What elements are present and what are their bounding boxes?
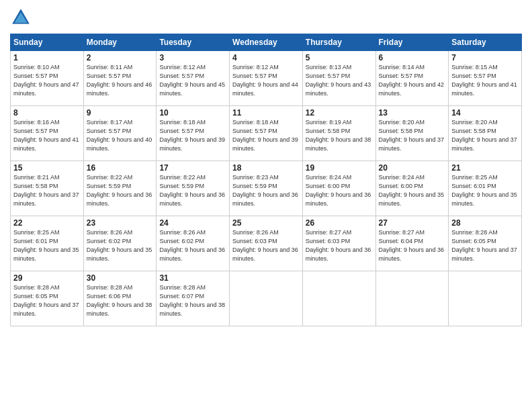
- calendar-cell: 29Sunrise: 8:28 AMSunset: 6:05 PMDayligh…: [11, 271, 84, 326]
- day-info: Sunrise: 8:26 AMSunset: 6:03 PMDaylight:…: [232, 228, 300, 263]
- calendar-body: 1Sunrise: 8:10 AMSunset: 5:57 PMDaylight…: [11, 51, 522, 326]
- day-number: 25: [232, 218, 300, 228]
- calendar-cell: 18Sunrise: 8:23 AMSunset: 5:59 PMDayligh…: [230, 161, 303, 216]
- day-number: 17: [159, 163, 226, 173]
- day-info: Sunrise: 8:27 AMSunset: 6:03 PMDaylight:…: [306, 228, 373, 263]
- day-number: 6: [379, 53, 446, 62]
- day-info: Sunrise: 8:20 AMSunset: 5:58 PMDaylight:…: [379, 118, 446, 153]
- calendar-cell: 17Sunrise: 8:22 AMSunset: 5:59 PMDayligh…: [157, 161, 230, 216]
- calendar-cell: 6Sunrise: 8:14 AMSunset: 5:57 PMDaylight…: [375, 51, 449, 106]
- day-header: Monday: [83, 34, 157, 51]
- day-info: Sunrise: 8:14 AMSunset: 5:57 PMDaylight:…: [379, 63, 446, 98]
- day-header: Tuesday: [157, 34, 230, 51]
- day-info: Sunrise: 8:17 AMSunset: 5:57 PMDaylight:…: [87, 118, 154, 153]
- calendar-week-row: 1Sunrise: 8:10 AMSunset: 5:57 PMDaylight…: [11, 51, 522, 106]
- calendar-cell: 24Sunrise: 8:26 AMSunset: 6:02 PMDayligh…: [157, 216, 230, 271]
- calendar-cell: 19Sunrise: 8:24 AMSunset: 6:00 PMDayligh…: [302, 161, 375, 216]
- day-number: 29: [13, 273, 81, 283]
- calendar-cell: [449, 271, 522, 326]
- day-number: 7: [451, 53, 519, 62]
- day-number: 10: [159, 108, 226, 118]
- calendar-cell: 27Sunrise: 8:27 AMSunset: 6:04 PMDayligh…: [375, 216, 449, 271]
- day-number: 24: [159, 218, 226, 228]
- day-info: Sunrise: 8:11 AMSunset: 5:57 PMDaylight:…: [87, 63, 154, 98]
- calendar-week-row: 22Sunrise: 8:25 AMSunset: 6:01 PMDayligh…: [11, 216, 522, 271]
- calendar-table: SundayMondayTuesdayWednesdayThursdayFrid…: [10, 34, 522, 326]
- calendar-cell: 30Sunrise: 8:28 AMSunset: 6:06 PMDayligh…: [83, 271, 157, 326]
- day-number: 26: [306, 218, 373, 228]
- calendar-header-row: SundayMondayTuesdayWednesdayThursdayFrid…: [11, 34, 522, 51]
- day-info: Sunrise: 8:19 AMSunset: 5:58 PMDaylight:…: [306, 118, 373, 153]
- day-header: Thursday: [302, 34, 375, 51]
- calendar-cell: 4Sunrise: 8:12 AMSunset: 5:57 PMDaylight…: [230, 51, 303, 106]
- calendar-cell: 13Sunrise: 8:20 AMSunset: 5:58 PMDayligh…: [375, 106, 449, 161]
- calendar-week-row: 29Sunrise: 8:28 AMSunset: 6:05 PMDayligh…: [11, 271, 522, 326]
- calendar-week-row: 8Sunrise: 8:16 AMSunset: 5:57 PMDaylight…: [11, 106, 522, 161]
- calendar-cell: 31Sunrise: 8:28 AMSunset: 6:07 PMDayligh…: [157, 271, 230, 326]
- calendar-cell: [375, 271, 449, 326]
- day-info: Sunrise: 8:10 AMSunset: 5:57 PMDaylight:…: [13, 63, 81, 98]
- day-number: 5: [306, 53, 373, 62]
- header: [10, 7, 522, 28]
- logo-icon: [10, 7, 32, 28]
- day-number: 9: [87, 108, 154, 118]
- calendar-cell: 3Sunrise: 8:12 AMSunset: 5:57 PMDaylight…: [157, 51, 230, 106]
- day-number: 11: [232, 108, 300, 118]
- day-info: Sunrise: 8:18 AMSunset: 5:57 PMDaylight:…: [232, 118, 300, 153]
- day-info: Sunrise: 8:25 AMSunset: 6:01 PMDaylight:…: [13, 228, 81, 263]
- day-info: Sunrise: 8:28 AMSunset: 6:07 PMDaylight:…: [159, 283, 226, 318]
- day-info: Sunrise: 8:18 AMSunset: 5:57 PMDaylight:…: [159, 118, 226, 153]
- calendar-cell: [230, 271, 303, 326]
- day-number: 18: [232, 163, 300, 173]
- day-info: Sunrise: 8:15 AMSunset: 5:57 PMDaylight:…: [451, 63, 519, 98]
- calendar-cell: 9Sunrise: 8:17 AMSunset: 5:57 PMDaylight…: [83, 106, 157, 161]
- day-info: Sunrise: 8:28 AMSunset: 6:06 PMDaylight:…: [87, 283, 154, 318]
- day-info: Sunrise: 8:28 AMSunset: 6:05 PMDaylight:…: [13, 283, 81, 318]
- day-number: 8: [13, 108, 81, 118]
- calendar-cell: 15Sunrise: 8:21 AMSunset: 5:58 PMDayligh…: [11, 161, 84, 216]
- day-header: Wednesday: [230, 34, 303, 51]
- day-number: 3: [159, 53, 226, 62]
- day-info: Sunrise: 8:26 AMSunset: 6:02 PMDaylight:…: [159, 228, 226, 263]
- day-info: Sunrise: 8:24 AMSunset: 6:00 PMDaylight:…: [379, 173, 446, 208]
- calendar-cell: 7Sunrise: 8:15 AMSunset: 5:57 PMDaylight…: [449, 51, 522, 106]
- day-info: Sunrise: 8:16 AMSunset: 5:57 PMDaylight:…: [13, 118, 81, 153]
- day-number: 28: [451, 218, 519, 228]
- calendar-cell: 14Sunrise: 8:20 AMSunset: 5:58 PMDayligh…: [449, 106, 522, 161]
- day-number: 16: [87, 163, 154, 173]
- day-number: 12: [306, 108, 373, 118]
- calendar-week-row: 15Sunrise: 8:21 AMSunset: 5:58 PMDayligh…: [11, 161, 522, 216]
- day-number: 22: [13, 218, 81, 228]
- day-info: Sunrise: 8:22 AMSunset: 5:59 PMDaylight:…: [87, 173, 154, 208]
- day-number: 14: [451, 108, 519, 118]
- day-info: Sunrise: 8:12 AMSunset: 5:57 PMDaylight:…: [232, 63, 300, 98]
- calendar-cell: 16Sunrise: 8:22 AMSunset: 5:59 PMDayligh…: [83, 161, 157, 216]
- day-header: Sunday: [11, 34, 84, 51]
- calendar-cell: 25Sunrise: 8:26 AMSunset: 6:03 PMDayligh…: [230, 216, 303, 271]
- day-header: Friday: [375, 34, 449, 51]
- calendar-cell: 28Sunrise: 8:28 AMSunset: 6:05 PMDayligh…: [449, 216, 522, 271]
- calendar-cell: 5Sunrise: 8:13 AMSunset: 5:57 PMDaylight…: [302, 51, 375, 106]
- calendar-cell: [302, 271, 375, 326]
- calendar-cell: 8Sunrise: 8:16 AMSunset: 5:57 PMDaylight…: [11, 106, 84, 161]
- day-number: 31: [159, 273, 226, 283]
- day-info: Sunrise: 8:12 AMSunset: 5:57 PMDaylight:…: [159, 63, 226, 98]
- calendar-cell: 22Sunrise: 8:25 AMSunset: 6:01 PMDayligh…: [11, 216, 84, 271]
- day-info: Sunrise: 8:23 AMSunset: 5:59 PMDaylight:…: [232, 173, 300, 208]
- day-info: Sunrise: 8:26 AMSunset: 6:02 PMDaylight:…: [87, 228, 154, 263]
- calendar-cell: 2Sunrise: 8:11 AMSunset: 5:57 PMDaylight…: [83, 51, 157, 106]
- day-number: 20: [379, 163, 446, 173]
- day-number: 27: [379, 218, 446, 228]
- calendar-cell: 23Sunrise: 8:26 AMSunset: 6:02 PMDayligh…: [83, 216, 157, 271]
- day-number: 19: [306, 163, 373, 173]
- calendar-cell: 1Sunrise: 8:10 AMSunset: 5:57 PMDaylight…: [11, 51, 84, 106]
- day-number: 15: [13, 163, 81, 173]
- logo: [10, 7, 34, 28]
- day-number: 30: [87, 273, 154, 283]
- day-info: Sunrise: 8:13 AMSunset: 5:57 PMDaylight:…: [306, 63, 373, 98]
- calendar-cell: 12Sunrise: 8:19 AMSunset: 5:58 PMDayligh…: [302, 106, 375, 161]
- day-number: 1: [13, 53, 81, 62]
- day-info: Sunrise: 8:24 AMSunset: 6:00 PMDaylight:…: [306, 173, 373, 208]
- calendar-cell: 20Sunrise: 8:24 AMSunset: 6:00 PMDayligh…: [375, 161, 449, 216]
- day-number: 21: [451, 163, 519, 173]
